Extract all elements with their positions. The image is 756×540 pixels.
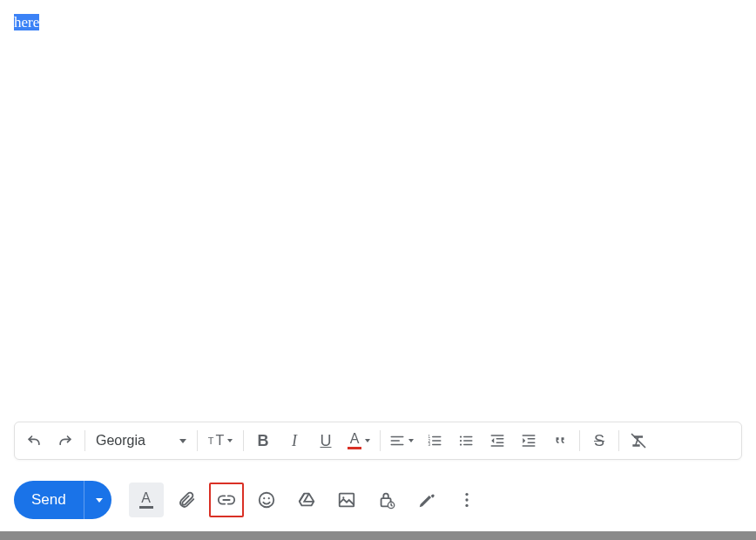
emoji-icon [257, 490, 276, 510]
align-left-icon [389, 433, 405, 449]
lock-clock-icon [377, 490, 396, 510]
send-more-options-button[interactable] [84, 481, 111, 519]
numbered-list-icon: 1 2 3 [427, 433, 442, 449]
indent-more-button[interactable] [513, 425, 544, 456]
text-color-icon: A [348, 432, 361, 449]
bottom-strip [0, 531, 756, 540]
svg-point-10 [342, 496, 344, 498]
font-family-select[interactable]: Georgia [89, 425, 193, 456]
chevron-down-icon [179, 439, 186, 443]
svg-point-5 [460, 443, 462, 445]
underline-icon: U [321, 432, 332, 450]
separator [84, 430, 85, 451]
remove-formatting-button[interactable] [623, 425, 654, 456]
numbered-list-button[interactable]: 1 2 3 [419, 425, 450, 456]
selected-text[interactable]: here [14, 14, 39, 30]
font-family-label: Georgia [96, 433, 176, 449]
insert-photo-button[interactable] [329, 483, 364, 517]
formatting-options-button[interactable]: A [129, 483, 164, 517]
font-size-icon: TT [208, 434, 225, 448]
send-button[interactable]: Send [14, 481, 84, 519]
more-options-button[interactable] [449, 483, 484, 517]
image-icon [337, 490, 356, 510]
separator [618, 430, 619, 451]
svg-point-13 [465, 493, 468, 496]
quote-button[interactable] [544, 425, 576, 456]
strikethrough-icon: S [594, 432, 604, 450]
insert-drive-button[interactable] [289, 483, 324, 517]
text-color-select[interactable]: A [341, 425, 376, 456]
paperclip-icon [177, 490, 196, 510]
confidential-mode-button[interactable] [369, 483, 404, 517]
bulleted-list-icon [458, 433, 474, 449]
chevron-down-icon [408, 439, 414, 442]
svg-point-14 [465, 498, 468, 501]
font-size-select[interactable]: TT [201, 425, 240, 456]
chevron-down-icon [96, 498, 103, 503]
separator [579, 430, 580, 451]
strikethrough-button[interactable]: S [584, 425, 615, 456]
quote-icon [552, 433, 568, 449]
bold-button[interactable]: B [247, 425, 279, 456]
svg-point-7 [263, 497, 265, 499]
formatting-toolbar: Georgia TT B I U A 1 2 3 [14, 422, 742, 460]
svg-point-6 [259, 493, 273, 508]
compose-body[interactable]: here [0, 0, 756, 422]
link-icon [217, 490, 236, 510]
chevron-down-icon [227, 439, 233, 442]
indent-more-icon [521, 433, 537, 449]
indent-less-icon [489, 433, 505, 449]
insert-link-button[interactable] [209, 483, 244, 517]
svg-point-8 [267, 497, 269, 499]
italic-button[interactable]: I [279, 425, 310, 456]
attach-file-button[interactable] [169, 483, 204, 517]
separator [197, 430, 198, 451]
svg-point-3 [460, 435, 462, 437]
redo-button[interactable] [50, 425, 81, 456]
insert-signature-button[interactable] [409, 483, 444, 517]
compose-action-bar: Send A [14, 481, 484, 519]
remove-formatting-icon [630, 432, 647, 449]
separator [380, 430, 381, 451]
bold-icon: B [258, 432, 269, 450]
svg-text:3: 3 [429, 442, 431, 447]
send-button-group: Send [14, 481, 111, 519]
drive-icon [297, 490, 316, 510]
undo-icon [25, 432, 43, 449]
separator [243, 430, 244, 451]
indent-less-button[interactable] [482, 425, 513, 456]
svg-point-4 [460, 440, 462, 442]
chevron-down-icon [365, 439, 370, 442]
formatting-icon: A [139, 491, 153, 509]
undo-button[interactable] [18, 425, 50, 456]
pen-icon [417, 490, 436, 510]
insert-emoji-button[interactable] [249, 483, 284, 517]
underline-button[interactable]: U [310, 425, 341, 456]
svg-point-15 [465, 504, 468, 507]
italic-icon: I [292, 432, 297, 450]
more-vertical-icon [457, 490, 476, 510]
redo-icon [57, 432, 74, 449]
align-select[interactable] [384, 425, 419, 456]
bulleted-list-button[interactable] [450, 425, 482, 456]
